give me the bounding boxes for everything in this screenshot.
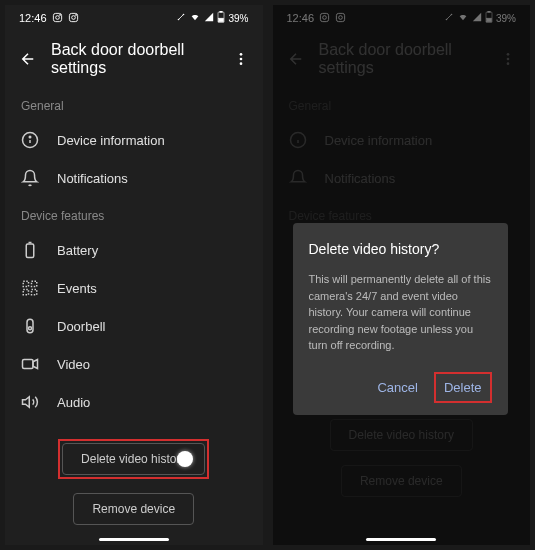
menu-notifications[interactable]: Notifications	[5, 159, 263, 197]
svg-rect-10	[219, 18, 224, 22]
modal-overlay[interactable]: Delete video history? This will permanen…	[273, 5, 531, 545]
delete-button[interactable]: Delete	[438, 376, 488, 399]
svg-point-1	[55, 15, 59, 19]
page-title: Back door doorbell settings	[51, 41, 219, 77]
svg-point-11	[239, 53, 242, 56]
instagram-icon	[52, 12, 63, 25]
battery-percent: 39%	[228, 13, 248, 24]
menu-label: Battery	[57, 243, 98, 258]
cancel-button[interactable]: Cancel	[377, 380, 417, 395]
instagram-icon	[68, 12, 79, 25]
app-header: Back door doorbell settings	[5, 31, 263, 87]
audio-icon	[21, 393, 39, 411]
status-bar: 12:46 39%	[5, 5, 263, 31]
modal-body: This will permanently delete all of this…	[309, 271, 492, 354]
doorbell-icon	[21, 317, 39, 335]
delete-highlight: Delete	[434, 372, 492, 403]
svg-rect-9	[220, 11, 222, 12]
menu-label: Doorbell	[57, 319, 105, 334]
home-indicator[interactable]	[366, 538, 436, 541]
menu-label: Video	[57, 357, 90, 372]
more-vert-icon[interactable]	[233, 51, 249, 67]
svg-point-12	[239, 58, 242, 61]
menu-battery[interactable]: Battery	[5, 231, 263, 269]
svg-point-13	[239, 62, 242, 65]
svg-rect-21	[23, 360, 34, 369]
menu-events[interactable]: Events	[5, 269, 263, 307]
delete-confirmation-modal: Delete video history? This will permanen…	[293, 223, 508, 415]
video-icon	[21, 355, 39, 373]
info-icon	[21, 131, 39, 149]
svg-rect-17	[26, 244, 34, 258]
menu-video[interactable]: Video	[5, 345, 263, 383]
svg-point-20	[29, 327, 32, 330]
svg-point-16	[29, 136, 31, 138]
back-arrow-icon[interactable]	[19, 50, 37, 68]
menu-label: Device information	[57, 133, 165, 148]
menu-audio[interactable]: Audio	[5, 383, 263, 421]
wifi-icon	[189, 12, 201, 24]
battery-icon	[217, 11, 225, 25]
svg-marker-22	[33, 360, 38, 369]
battery-icon	[21, 241, 39, 259]
remove-device-button[interactable]: Remove device	[73, 493, 194, 525]
svg-point-5	[75, 14, 76, 15]
home-indicator[interactable]	[99, 538, 169, 541]
events-icon	[21, 279, 39, 297]
menu-label: Notifications	[57, 171, 128, 186]
menu-doorbell[interactable]: Doorbell	[5, 307, 263, 345]
status-time: 12:46	[19, 12, 47, 24]
signal-icon	[204, 12, 214, 24]
section-device-features: Device features	[5, 197, 263, 231]
menu-device-info[interactable]: Device information	[5, 121, 263, 159]
connectivity-icon	[176, 12, 186, 24]
bell-icon	[21, 169, 39, 187]
svg-point-2	[59, 14, 60, 15]
section-general: General	[5, 87, 263, 121]
menu-label: Events	[57, 281, 97, 296]
svg-marker-23	[23, 397, 30, 408]
modal-title: Delete video history?	[309, 241, 492, 257]
delete-history-highlight: Delete video history	[58, 439, 209, 479]
menu-label: Audio	[57, 395, 90, 410]
svg-point-4	[71, 15, 75, 19]
